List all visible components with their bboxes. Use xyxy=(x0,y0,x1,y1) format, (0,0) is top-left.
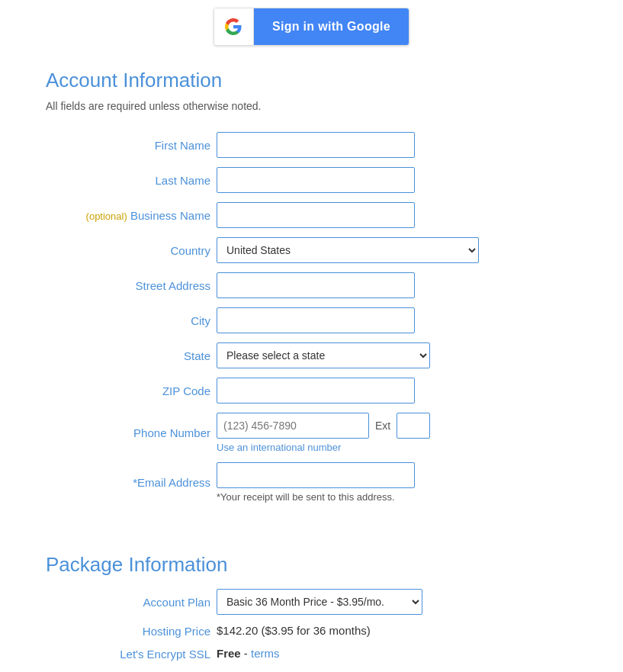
hosting-price-row: Hosting Price $142.20 ($3.95 for 36 mont… xyxy=(46,619,577,642)
city-label: City xyxy=(46,303,214,338)
state-select[interactable]: Please select a state Alabama Alaska Ari… xyxy=(217,342,430,368)
street-address-row: Street Address xyxy=(46,268,577,303)
lets-encrypt-label: Let's Encrypt SSL xyxy=(46,642,214,665)
street-address-label: Street Address xyxy=(46,268,214,303)
email-note: *Your receipt will be sent to this addre… xyxy=(217,491,574,503)
state-row: State Please select a state Alabama Alas… xyxy=(46,338,577,373)
state-cell: Please select a state Alabama Alaska Ari… xyxy=(214,338,577,373)
lets-encrypt-row: Let's Encrypt SSL Free - terms xyxy=(46,642,577,665)
ext-input[interactable] xyxy=(397,413,430,439)
account-plan-label: Account Plan xyxy=(46,584,214,619)
package-info-form: Account Plan Basic 36 Month Price - $3.9… xyxy=(46,584,577,665)
email-label: *Email Address xyxy=(46,458,214,507)
ext-label: Ext xyxy=(375,420,390,432)
business-name-label: (optional) Business Name xyxy=(46,198,214,233)
lets-encrypt-cell: Free - terms xyxy=(214,642,577,665)
free-text: Free xyxy=(217,647,241,660)
zip-code-cell xyxy=(214,373,577,408)
package-info-title: Package Information xyxy=(46,553,577,577)
zip-code-input[interactable] xyxy=(217,378,415,404)
first-name-row: First Name xyxy=(46,127,577,162)
package-info-section: Package Information Account Plan Basic 3… xyxy=(0,538,623,672)
lets-encrypt-value: Free - terms xyxy=(217,647,280,660)
google-signin-container: Sign in with Google xyxy=(0,0,623,69)
terms-link[interactable]: terms xyxy=(251,647,280,660)
hosting-price-value: $142.20 ($3.95 for 36 months) xyxy=(217,624,371,637)
email-input[interactable] xyxy=(217,462,415,488)
account-plan-cell: Basic 36 Month Price - $3.95/mo. Basic 1… xyxy=(214,584,577,619)
account-info-title: Account Information xyxy=(46,69,577,92)
hosting-price-label: Hosting Price xyxy=(46,619,214,642)
hosting-price-cell: $142.20 ($3.95 for 36 months) xyxy=(214,619,577,642)
last-name-label: Last Name xyxy=(46,162,214,198)
lets-encrypt-separator: - xyxy=(241,647,251,660)
business-name-label-text: Business Name xyxy=(130,209,210,222)
intl-number-link[interactable]: Use an international number xyxy=(217,442,574,453)
email-row: *Email Address *Your receipt will be sen… xyxy=(46,458,577,507)
phone-input[interactable] xyxy=(217,413,369,439)
first-name-label: First Name xyxy=(46,127,214,162)
first-name-input[interactable] xyxy=(217,132,415,158)
first-name-cell xyxy=(214,127,577,162)
optional-prefix: (optional) xyxy=(86,211,127,222)
phone-number-label: Phone Number xyxy=(46,408,214,458)
city-cell xyxy=(214,303,577,338)
google-signin-text: Sign in with Google xyxy=(254,8,409,46)
country-label: Country xyxy=(46,233,214,268)
business-name-input[interactable] xyxy=(217,202,415,228)
account-info-section: Account Information All fields are requi… xyxy=(0,69,623,538)
google-g-icon xyxy=(224,18,242,36)
phone-number-row: Phone Number Ext Use an international nu… xyxy=(46,408,577,458)
last-name-input[interactable] xyxy=(217,167,415,193)
business-name-cell xyxy=(214,198,577,233)
phone-number-cell: Ext Use an international number xyxy=(214,408,577,458)
country-row: Country United States xyxy=(46,233,577,268)
street-address-input[interactable] xyxy=(217,272,415,298)
last-name-row: Last Name xyxy=(46,162,577,198)
city-input[interactable] xyxy=(217,307,415,333)
city-row: City xyxy=(46,303,577,338)
account-plan-select[interactable]: Basic 36 Month Price - $3.95/mo. Basic 1… xyxy=(217,589,422,615)
state-label: State xyxy=(46,338,214,373)
google-signin-button[interactable]: Sign in with Google xyxy=(214,8,409,46)
street-address-cell xyxy=(214,268,577,303)
email-cell: *Your receipt will be sent to this addre… xyxy=(214,458,577,507)
last-name-cell xyxy=(214,162,577,198)
zip-code-label: ZIP Code xyxy=(46,373,214,408)
account-info-form: First Name Last Name (optional) Business… xyxy=(46,127,577,507)
account-plan-row: Account Plan Basic 36 Month Price - $3.9… xyxy=(46,584,577,619)
business-name-row: (optional) Business Name xyxy=(46,198,577,233)
country-cell: United States xyxy=(214,233,577,268)
country-select[interactable]: United States xyxy=(217,237,479,263)
zip-code-row: ZIP Code xyxy=(46,373,577,408)
google-icon-box xyxy=(214,8,254,46)
required-note: All fields are required unless otherwise… xyxy=(46,100,577,112)
phone-group: Ext xyxy=(217,413,574,439)
